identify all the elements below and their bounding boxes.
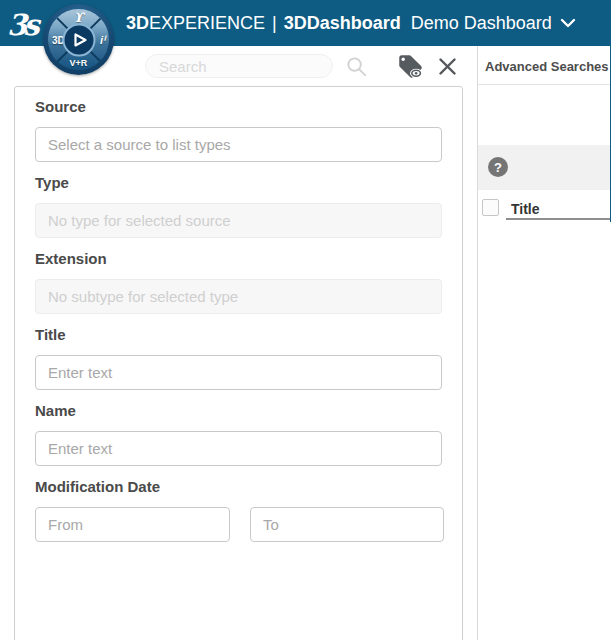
chevron-down-icon[interactable] — [560, 18, 576, 28]
advanced-search-form: Source Type Extension Title Name Modific… — [14, 86, 463, 640]
compass-face: ϒ 3D iⁱ V+R — [48, 9, 109, 70]
source-input[interactable] — [35, 127, 442, 162]
column-sort-underline — [506, 218, 611, 220]
dassault-systemes-logo[interactable]: 3s — [7, 6, 47, 42]
date-from-input[interactable] — [35, 507, 230, 542]
type-input — [35, 203, 442, 238]
close-icon[interactable] — [433, 52, 461, 80]
brand-3d: 3D — [126, 0, 149, 46]
svg-text:3s: 3s — [7, 8, 41, 42]
source-label: Source — [35, 98, 442, 115]
title-label: Title — [35, 326, 442, 343]
title-input[interactable] — [35, 355, 442, 390]
brand-experience: EXPERIENCE — [149, 0, 265, 46]
play-icon — [62, 23, 95, 56]
help-icon[interactable]: ? — [488, 157, 508, 177]
date-to-input[interactable] — [250, 507, 444, 542]
select-all-checkbox[interactable] — [482, 199, 499, 216]
compass-logo[interactable]: ϒ 3D iⁱ V+R — [43, 4, 114, 75]
extension-label: Extension — [35, 250, 442, 267]
compass-south-label: V+R — [48, 58, 109, 68]
app-name: 3DDashboard — [284, 0, 401, 46]
type-label: Type — [35, 174, 442, 191]
column-header-title[interactable]: Title — [511, 201, 540, 217]
search-input[interactable] — [145, 54, 333, 78]
name-input[interactable] — [35, 431, 442, 466]
tags-visibility-icon[interactable] — [396, 52, 424, 80]
modification-date-label: Modification Date — [35, 478, 442, 495]
compass-east-label: iⁱ — [100, 33, 105, 46]
panel-title: Advanced Searches — [485, 59, 609, 74]
extension-input — [35, 279, 442, 314]
name-label: Name — [35, 402, 442, 419]
panel-toolbar: ? — [478, 145, 611, 190]
advanced-searches-panel: Advanced Searches ? Title — [477, 46, 611, 640]
app-window: 3s 3DEXPERIENCE | 3DDashboard Demo Dashb… — [0, 0, 611, 640]
platform-title: 3DEXPERIENCE | 3DDashboard Demo Dashboar… — [126, 0, 576, 46]
title-pipe: | — [272, 0, 277, 46]
dashboard-switcher[interactable]: Demo Dashboard — [411, 0, 552, 46]
date-range-row — [35, 507, 442, 542]
search-icon[interactable] — [342, 52, 370, 80]
panel-divider — [478, 84, 611, 85]
